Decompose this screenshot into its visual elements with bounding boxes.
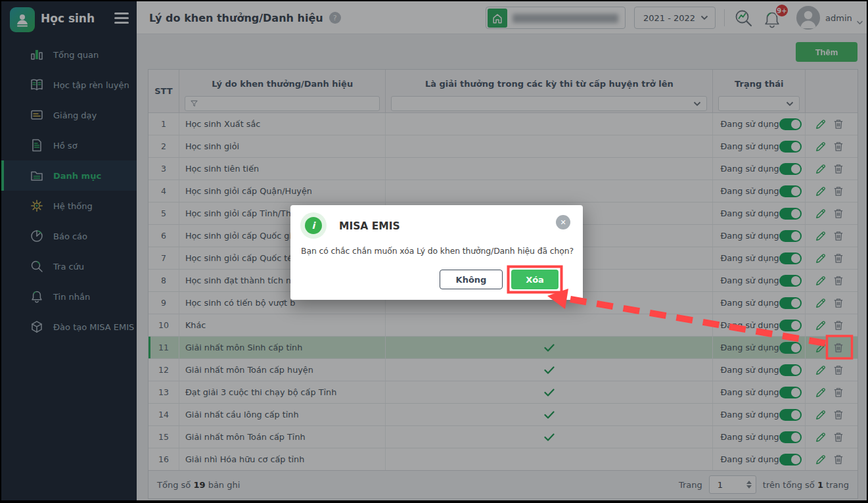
confirm-delete-dialog: i MISA EMIS ✕ Bạn có chắc chắn muốn xóa … bbox=[290, 205, 583, 300]
dialog-close-icon[interactable]: ✕ bbox=[556, 215, 570, 229]
cancel-button[interactable]: Không bbox=[440, 270, 503, 289]
app-window: Học sinh Tổng quanHọc tập rèn luyệnGiảng… bbox=[1, 1, 867, 500]
dialog-message: Bạn có chắc chắn muốn xóa Lý do khen thư… bbox=[301, 246, 576, 256]
info-icon-halo: i bbox=[300, 212, 327, 239]
confirm-delete-button[interactable]: Xóa bbox=[511, 270, 559, 289]
screenshot-frame: Học sinh Tổng quanHọc tập rèn luyệnGiảng… bbox=[0, 0, 868, 503]
info-icon: i bbox=[305, 217, 322, 234]
dialog-title: MISA EMIS bbox=[339, 220, 400, 232]
